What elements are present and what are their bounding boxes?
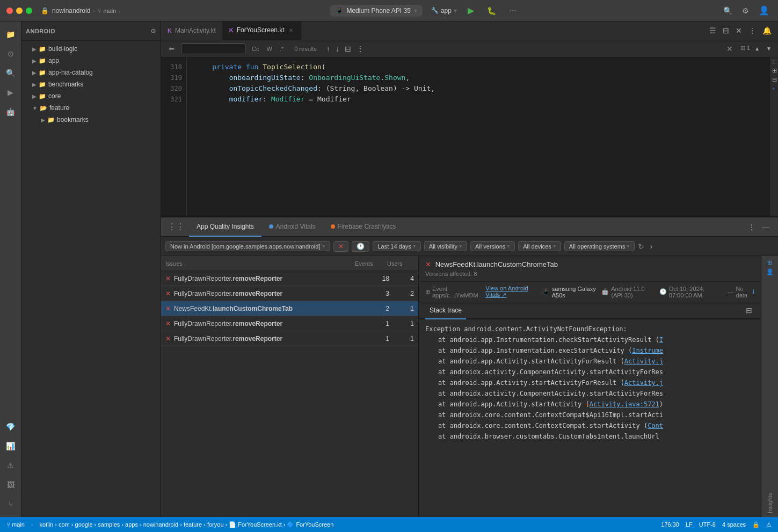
issue-row-4[interactable]: ✕ FullyDrawnReporter.removeReporter 1 1 bbox=[161, 331, 418, 346]
regex-option[interactable]: .* bbox=[277, 45, 287, 53]
activity-android-icon[interactable]: 🤖 bbox=[2, 103, 19, 120]
activity-folder-icon[interactable]: 📁 bbox=[2, 26, 19, 43]
code-content[interactable]: private fun TopicSelection( onboardingUi… bbox=[187, 57, 769, 216]
editor-right-action-4[interactable]: + bbox=[770, 84, 778, 93]
stack-link-7[interactable]: Activity.java:5721 bbox=[590, 400, 659, 408]
warning-status[interactable]: ⚠ bbox=[764, 521, 774, 528]
next-result-icon[interactable]: ↓ bbox=[333, 43, 341, 54]
tab-android-vitals[interactable]: Android Vitals bbox=[261, 217, 323, 237]
timestamp: Oct 10, 2024, 07:00:00 AM bbox=[669, 286, 724, 298]
indent-status[interactable]: 4 spaces bbox=[720, 521, 748, 528]
aqi-options-button[interactable]: ⋮ bbox=[746, 222, 758, 232]
tab-list-icon[interactable]: ☰ bbox=[707, 25, 718, 36]
tab-firebase-crashlytics[interactable]: Firebase Crashlytics bbox=[323, 217, 404, 237]
view-on-vitals-link[interactable]: View on Android Vitals ↗ bbox=[485, 285, 537, 298]
issue-row-3[interactable]: ✕ FullyDrawnReporter.removeReporter 1 1 bbox=[161, 316, 418, 331]
editor-right-action-1[interactable]: ≡ bbox=[770, 57, 778, 66]
fold-up-icon[interactable]: ▲ bbox=[752, 45, 762, 53]
sidebar-settings-icon[interactable]: ⚙ bbox=[150, 27, 156, 35]
activity-gem-icon[interactable]: 💎 bbox=[2, 418, 19, 435]
close-editor-icon[interactable]: ✕ bbox=[733, 25, 744, 36]
branch-status[interactable]: ⑂ main bbox=[4, 521, 27, 528]
breadcrumb-status[interactable]: kotlin › com › google › samples › apps ›… bbox=[38, 521, 336, 528]
os-filter-dropdown[interactable]: All operating systems ▾ bbox=[564, 241, 635, 251]
versions-filter-dropdown[interactable]: All versions ▾ bbox=[470, 241, 515, 251]
position-status[interactable]: 176:30 bbox=[659, 521, 681, 528]
project-name[interactable]: nowinandroid › bbox=[52, 7, 94, 14]
lock-icon-status[interactable]: 🔒 bbox=[750, 521, 762, 528]
charset-status[interactable]: UTF-8 bbox=[697, 521, 718, 528]
stack-link-5[interactable]: Activity.j bbox=[624, 379, 663, 387]
insights-vertical-label[interactable]: Insights bbox=[767, 489, 773, 513]
activity-vcs-icon[interactable]: ⊙ bbox=[2, 45, 19, 62]
split-editor-icon[interactable]: ⊟ bbox=[721, 25, 731, 36]
tree-item-feature[interactable]: ▼ 📂 feature bbox=[21, 102, 161, 114]
stack-link-9[interactable]: Cont bbox=[648, 422, 663, 429]
notifications-icon[interactable]: 🔔 bbox=[760, 25, 774, 36]
tab-stack-trace[interactable]: Stack trace bbox=[425, 302, 466, 319]
settings-button[interactable]: ⚙ bbox=[740, 5, 751, 16]
info-icon[interactable]: ℹ bbox=[752, 288, 754, 295]
close-find-bar-button[interactable]: ✕ bbox=[726, 45, 733, 53]
aqi-minimize-button[interactable]: — bbox=[760, 222, 772, 232]
refresh-icon[interactable]: ↻ bbox=[638, 242, 644, 251]
tab-mainactivity[interactable]: K MainActivity.kt bbox=[161, 21, 223, 40]
maximize-button[interactable] bbox=[26, 8, 32, 14]
tree-item-benchmarks[interactable]: ▶ 📁 benchmarks bbox=[21, 78, 161, 90]
time-filter-dropdown[interactable]: Last 14 days ▾ bbox=[373, 241, 420, 251]
activity-search-icon[interactable]: 🔍 bbox=[2, 64, 19, 82]
stack-trace-content[interactable]: Exception android.content.ActivityNotFou… bbox=[419, 319, 761, 517]
stack-link-2[interactable]: Instrume bbox=[632, 347, 663, 354]
tree-item-bookmarks[interactable]: ▶ 📁 bookmarks bbox=[21, 114, 161, 126]
issue-row-0[interactable]: ✕ FullyDrawnReporter.removeReporter 18 4 bbox=[161, 271, 418, 286]
tree-item-app[interactable]: ▶ 📁 app bbox=[21, 55, 161, 67]
prev-result-icon[interactable]: ↑ bbox=[324, 43, 332, 54]
more-options-icon[interactable]: ⋮ bbox=[746, 25, 758, 36]
tab-foryouscreen[interactable]: K ForYouScreen.kt ✕ bbox=[223, 21, 301, 40]
activity-chart-icon[interactable]: 📊 bbox=[2, 438, 19, 455]
issue-row-2[interactable]: ✕ NewsFeedKt.launchCustomChromeTab 2 1 bbox=[161, 301, 418, 316]
debug-button[interactable]: 🐛 bbox=[485, 5, 498, 16]
stack-filter-icon[interactable]: ⊟ bbox=[744, 305, 754, 316]
app-selector[interactable]: 🔧 app ▾ bbox=[431, 7, 457, 14]
profile-button[interactable]: 👤 bbox=[757, 4, 772, 17]
user-icon[interactable]: 👤 bbox=[764, 267, 776, 276]
details-icon[interactable]: ⊞ bbox=[765, 258, 774, 267]
tab-app-quality-insights[interactable]: App Quality Insights bbox=[189, 217, 261, 237]
minimize-button[interactable] bbox=[16, 8, 23, 14]
more-actions-button[interactable]: ⋯ bbox=[507, 5, 519, 16]
toolbar-expand-icon[interactable]: › bbox=[648, 241, 655, 252]
tree-item-app-nia-catalog[interactable]: ▶ 📁 app-nia-catalog bbox=[21, 67, 161, 78]
issue-row-1[interactable]: ✕ FullyDrawnReporter.removeReporter 3 2 bbox=[161, 286, 418, 301]
activity-warning-icon[interactable]: ⚠ bbox=[2, 457, 19, 474]
activity-image-icon[interactable]: 🖼 bbox=[2, 476, 19, 493]
find-prev-icon[interactable]: ⬅ bbox=[165, 43, 178, 54]
activity-git-icon[interactable]: ⑂ bbox=[2, 495, 19, 513]
branch-indicator[interactable]: ⑂ main ▾ bbox=[98, 8, 121, 14]
stack-link-3[interactable]: Activity.j bbox=[624, 358, 663, 365]
tree-item-build-logic[interactable]: ▶ 📁 build-logic bbox=[21, 43, 161, 55]
case-sensitive-option[interactable]: Cc bbox=[249, 45, 262, 53]
visibility-filter-dropdown[interactable]: All visibility ▾ bbox=[424, 241, 467, 251]
devices-filter-dropdown[interactable]: All devices ▾ bbox=[518, 241, 561, 251]
detail-versions: Versions affected: 8 bbox=[425, 271, 754, 277]
whole-word-option[interactable]: W bbox=[263, 45, 275, 53]
device-selector[interactable]: 📱 Medium Phone API 35 ▾ bbox=[330, 5, 422, 17]
close-tab-icon[interactable]: ✕ bbox=[288, 26, 294, 34]
stack-link-1[interactable]: I bbox=[659, 336, 663, 344]
filter-close-button[interactable]: ✕ bbox=[333, 241, 348, 252]
filter-results-icon[interactable]: ⊟ bbox=[343, 43, 353, 54]
more-find-options-icon[interactable]: ⋮ bbox=[354, 43, 366, 54]
search-button[interactable]: 🔍 bbox=[721, 5, 735, 16]
activity-run-icon[interactable]: ▶ bbox=[2, 84, 19, 101]
app-selector-dropdown[interactable]: Now in Android [com.google.samples.apps.… bbox=[165, 241, 330, 251]
fold-down-icon[interactable]: ▼ bbox=[764, 45, 774, 53]
find-input[interactable] bbox=[181, 43, 245, 54]
filter-clock-button[interactable]: 🕐 bbox=[352, 241, 369, 252]
editor-right-action-3[interactable]: ⊟ bbox=[770, 75, 778, 84]
run-button[interactable]: ▶ bbox=[466, 4, 476, 17]
close-button[interactable] bbox=[6, 8, 13, 14]
tree-item-core[interactable]: ▶ 📁 core bbox=[21, 90, 161, 102]
editor-right-action-2[interactable]: ⊞ bbox=[770, 66, 778, 75]
line-ending-status[interactable]: LF bbox=[684, 521, 695, 528]
